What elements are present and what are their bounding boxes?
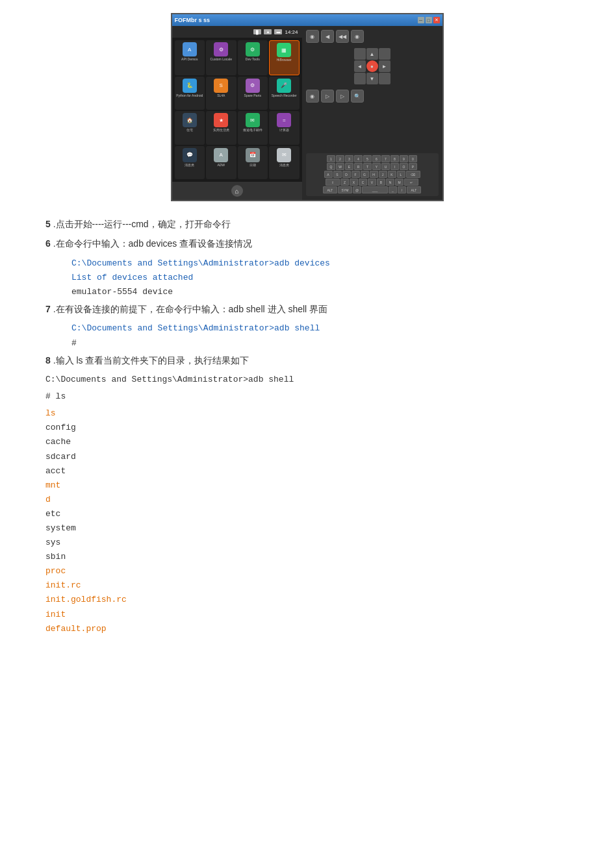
kb-key-alt[interactable]: ALT (323, 186, 337, 193)
kb-key-j[interactable]: J (379, 171, 387, 178)
icon-label: 消息类 (279, 164, 289, 167)
kb-key-alt2[interactable]: ALT (407, 186, 421, 193)
step-6-code1: C:\Documents and Settings\Administrator>… (71, 256, 569, 271)
close-btn[interactable]: ✕ (433, 17, 440, 23)
kb-key-p[interactable]: P (409, 163, 417, 170)
app-icon-msg1[interactable]: 💬 消息类 (175, 146, 205, 180)
ctrl-btn-1[interactable]: ◉ (306, 30, 319, 43)
kb-key-underscore[interactable]: _ (389, 186, 397, 193)
app-icon-speech-recorder[interactable]: 🎤 Speech Recorder (269, 77, 300, 110)
dpad-center[interactable]: ● (366, 60, 378, 72)
dpad-empty-br (379, 73, 390, 84)
app-icon-email[interactable]: ✉ 推送电子邮件 (238, 111, 268, 145)
app-icon-date[interactable]: 📅 日期 (238, 146, 268, 180)
app-icon-python[interactable]: 🐍 Python for Android (175, 77, 205, 110)
kb-key-5[interactable]: 5 (363, 155, 372, 162)
kb-key-g[interactable]: G (361, 171, 369, 178)
ls-item-cache: cache (45, 435, 569, 449)
kb-key-x[interactable]: X (350, 179, 358, 186)
ls-item-sbin: sbin (45, 550, 569, 564)
step-6-code-block: C:\Documents and Settings\Administrator>… (71, 256, 569, 299)
kb-key-3[interactable]: 3 (345, 155, 353, 162)
app-icon-hibrowser[interactable]: ▦ HiBrowser (269, 40, 300, 75)
app-icon-calc[interactable]: = 计算器 (269, 111, 300, 145)
kb-key-h[interactable]: H (370, 171, 378, 178)
kb-key-i[interactable]: I (390, 163, 399, 170)
icon-label: Dev Tools (246, 58, 260, 62)
kb-row-qwerty: Q W E R T Y U I O P (308, 163, 437, 170)
icon-label: SL4A (217, 94, 225, 98)
kb-key-at[interactable]: @ (353, 186, 361, 193)
icon-img: = (277, 113, 291, 127)
dpad-right[interactable]: ► (379, 60, 390, 72)
kb-key-t[interactable]: T (363, 163, 372, 170)
maximize-btn[interactable]: □ (426, 17, 432, 23)
dpad-down[interactable]: ▼ (366, 73, 378, 84)
app-icon-custom-locale[interactable]: ⚙ Custom Locale (206, 40, 237, 75)
minimize-btn[interactable]: ─ (418, 17, 424, 23)
kb-key-w[interactable]: W (336, 163, 344, 170)
emulator-controls: ◉ ◀ ◀◀ ◉ ▲ ◄ ● ► ▼ (302, 26, 442, 200)
kb-key-l[interactable]: L (397, 171, 405, 178)
ls-item-proc: proc (45, 564, 569, 578)
kb-key-q[interactable]: Q (327, 163, 335, 170)
screenshot-container: FOFMbr s ss ─ □ ✕ ▊ ▲ ▬ 14:24 (39, 13, 575, 201)
kb-key-shift[interactable]: ⇧ (326, 179, 340, 186)
icon-img: ⚙ (246, 79, 260, 93)
dpad-up[interactable]: ▲ (366, 48, 378, 60)
kb-key-e[interactable]: E (345, 163, 353, 170)
kb-key-6[interactable]: 6 (372, 155, 381, 162)
kb-key-z[interactable]: Z (340, 179, 349, 186)
kb-key-d[interactable]: D (342, 171, 351, 178)
kb-key-0[interactable]: 0 (409, 155, 417, 162)
kb-key-space[interactable]: ___ (362, 186, 388, 193)
kb-key-b[interactable]: B (377, 179, 385, 186)
kb-key-8[interactable]: 8 (390, 155, 399, 162)
icon-label: Python for Android (176, 94, 203, 98)
kb-key-2[interactable]: 2 (336, 155, 344, 162)
kb-key-sym[interactable]: SYM (338, 186, 352, 193)
kb-key-a[interactable]: A (324, 171, 333, 178)
ctrl-btn-5[interactable]: ◉ (306, 90, 319, 103)
app-icon-spare-parts[interactable]: ⚙ Spare Parts (238, 77, 268, 110)
kb-key-7[interactable]: 7 (381, 155, 390, 162)
ctrl-btn-6[interactable]: ▷ (321, 90, 334, 103)
kb-key-o[interactable]: O (400, 163, 408, 170)
home-button[interactable]: ⌂ (231, 185, 243, 197)
ctrl-btn-3[interactable]: ◀◀ (336, 30, 349, 43)
kb-key-4[interactable]: 4 (354, 155, 363, 162)
kb-key-r[interactable]: R (354, 163, 363, 170)
kb-key-f[interactable]: F (352, 171, 360, 178)
ctrl-btn-4[interactable]: ◉ (351, 30, 364, 43)
dpad-left[interactable]: ◄ (354, 60, 366, 72)
step-6-text: .在命令行中输入：adb devices 查看设备连接情况 (53, 238, 253, 249)
kb-key-9[interactable]: 9 (400, 155, 408, 162)
icon-img: 🏠 (183, 113, 197, 127)
kb-key-n[interactable]: N (386, 179, 394, 186)
icon-label: ADW (217, 164, 225, 167)
app-icon-house[interactable]: 🏠 住宅 (175, 111, 205, 145)
kb-key-y[interactable]: Y (372, 163, 381, 170)
kb-key-1[interactable]: 1 (327, 155, 335, 162)
kb-key-v[interactable]: V (368, 179, 376, 186)
dpad-container: ▲ ◄ ● ► ▼ (306, 48, 439, 84)
app-icon-life[interactable]: ★ 实用生活类 (206, 111, 237, 145)
kb-key-m[interactable]: M (395, 179, 403, 186)
adb-shell-command: C:\Documents and Settings\Administrator>… (45, 373, 569, 387)
kb-key-backspace[interactable]: ⌫ (406, 171, 420, 178)
app-icon-msg2[interactable]: ✉ 消息类 (269, 146, 300, 180)
app-icon-api-demos[interactable]: A API Demos (175, 40, 205, 75)
ctrl-btn-7[interactable]: ▷ (336, 90, 349, 103)
app-icon-sl4a[interactable]: S SL4A (206, 77, 237, 110)
app-icon-dev-tools[interactable]: ⚙ Dev Tools (238, 40, 268, 75)
kb-key-slash[interactable]: / (398, 186, 406, 193)
kb-key-enter[interactable]: ↵ (404, 179, 418, 186)
phone-bottom-bar: ⌂ (172, 182, 302, 200)
kb-key-u[interactable]: U (381, 163, 390, 170)
app-icon-adw[interactable]: A ADW (206, 146, 237, 180)
kb-key-s[interactable]: S (333, 171, 342, 178)
ctrl-btn-2[interactable]: ◀ (321, 30, 334, 43)
kb-key-k[interactable]: K (388, 171, 396, 178)
kb-key-c[interactable]: C (359, 179, 367, 186)
ctrl-btn-8[interactable]: 🔍 (351, 90, 364, 103)
